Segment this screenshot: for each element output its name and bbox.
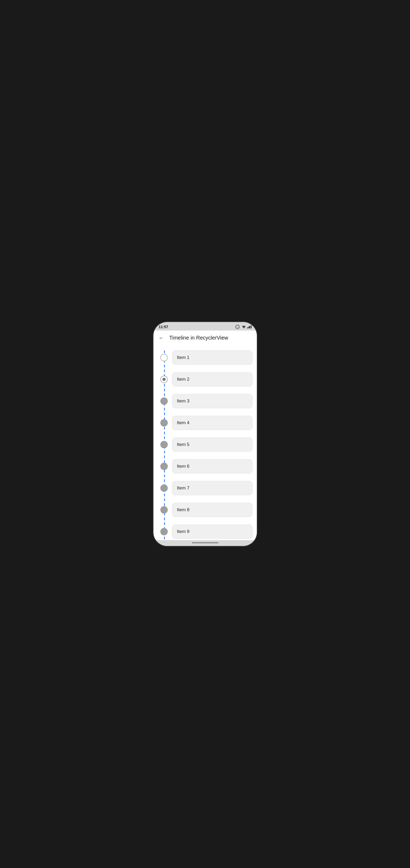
timeline-dot-2	[160, 376, 168, 383]
back-button[interactable]: ←	[158, 334, 165, 342]
timeline: Item 1 Item 2 Item 3 Item 4 Item 5 Item …	[159, 350, 252, 540]
timeline-card-3[interactable]: Item 3	[172, 394, 252, 408]
timeline-card-4[interactable]: Item 4	[172, 416, 252, 430]
app-title: Timeline in RecyclerView	[169, 335, 228, 341]
status-bar: 11:57	[153, 322, 257, 331]
timeline-card-2[interactable]: Item 2	[172, 372, 252, 386]
list-item[interactable]: Item 5	[172, 437, 252, 452]
timeline-card-9[interactable]: Item 9	[172, 524, 252, 539]
timeline-card-1[interactable]: Item 1	[172, 350, 252, 365]
phone-frame: 11:57	[153, 322, 257, 546]
list-item[interactable]: Item 3	[172, 394, 252, 408]
list-item[interactable]: Item 9	[172, 524, 252, 539]
face-icon	[235, 325, 240, 329]
home-bar	[192, 542, 218, 543]
timeline-dot-4	[160, 419, 168, 427]
wifi-icon	[242, 325, 246, 329]
list-item[interactable]: Item 8	[172, 503, 252, 517]
app-bar: ← Timeline in RecyclerView	[153, 331, 257, 345]
svg-point-0	[244, 328, 244, 328]
list-item[interactable]: Item 7	[172, 481, 252, 495]
list-item[interactable]: Item 2	[172, 372, 252, 386]
list-item[interactable]: Item 1	[172, 350, 252, 365]
timeline-card-7[interactable]: Item 7	[172, 481, 252, 495]
screen: 11:57	[153, 322, 257, 546]
timeline-card-6[interactable]: Item 6	[172, 459, 252, 473]
timeline-dot-9	[160, 528, 168, 535]
timeline-dot-7	[160, 485, 168, 492]
list-item[interactable]: Item 4	[172, 416, 252, 430]
timeline-card-5[interactable]: Item 5	[172, 437, 252, 452]
content-area[interactable]: Item 1 Item 2 Item 3 Item 4 Item 5 Item …	[153, 345, 257, 540]
timeline-dot-8	[160, 506, 168, 514]
list-item[interactable]: Item 6	[172, 459, 252, 473]
status-time: 11:57	[159, 325, 168, 329]
timeline-dot-1	[160, 354, 168, 361]
timeline-dot-3	[160, 397, 168, 405]
home-indicator	[153, 540, 257, 546]
signal-icon	[247, 325, 251, 329]
timeline-dot-6	[160, 463, 168, 470]
timeline-card-8[interactable]: Item 8	[172, 503, 252, 517]
status-icons	[235, 325, 251, 329]
timeline-dot-5	[160, 441, 168, 448]
